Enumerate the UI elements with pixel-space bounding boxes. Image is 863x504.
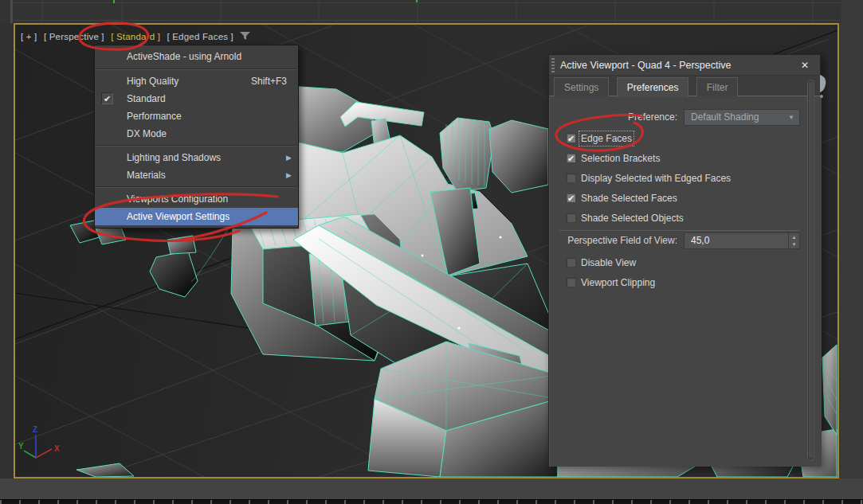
submenu-arrow-icon: ▶ bbox=[286, 149, 292, 166]
menu-item-performance[interactable]: Performance bbox=[95, 107, 298, 125]
submenu-arrow-icon: ▶ bbox=[286, 166, 292, 184]
shortcut-label: Shift+F3 bbox=[251, 72, 287, 90]
menu-item-materials[interactable]: ▶ Materials bbox=[95, 166, 298, 184]
pov-viewport-menu[interactable]: [ Perspective ] bbox=[44, 32, 104, 41]
checkmark-icon: ✔ bbox=[567, 154, 575, 163]
viewport-label: [ + ] [ Perspective ] [ Standard ] [ Edg… bbox=[21, 31, 254, 41]
checkbox-box: ✔ bbox=[566, 153, 576, 163]
menu-separator bbox=[96, 68, 297, 70]
checkmark-icon: ✔ bbox=[567, 134, 575, 143]
3dsmax-screen: X Y Z [ + ] [ Perspective ] [ Standard ]… bbox=[0, 0, 863, 504]
checkbox-box bbox=[566, 173, 576, 183]
left-edge bbox=[0, 23, 14, 480]
checkbox-box: ✔ bbox=[566, 193, 576, 203]
preference-dropdown[interactable]: Default Shading ▼ bbox=[684, 109, 800, 126]
timeline-ruler[interactable] bbox=[0, 499, 863, 504]
preference-label: Preference: bbox=[550, 111, 677, 123]
shading-viewport-menu[interactable]: [ Standard ] bbox=[111, 32, 160, 41]
tab-settings[interactable]: Settings bbox=[554, 77, 609, 96]
checkmark-icon: ✔ bbox=[101, 92, 113, 104]
checkmark-icon: ✔ bbox=[567, 193, 575, 203]
shading-context-menu: ActiveShade - using Arnold Shift+F3 High… bbox=[94, 45, 299, 229]
active-viewport-dialog: Active Viewport - Quad 4 - Perspective ✕… bbox=[548, 54, 821, 466]
checkbox-box bbox=[566, 277, 576, 287]
preference-row: Preference: Default Shading ▼ bbox=[550, 109, 822, 127]
axis-x-label: X bbox=[54, 444, 60, 453]
dropdown-arrow-icon: ▼ bbox=[788, 110, 794, 125]
fov-row: Perspective Field of View: 45,0 ▴▾ bbox=[550, 232, 822, 250]
scrollbar-thumb[interactable] bbox=[809, 82, 813, 458]
checkbox-box: ✔ bbox=[566, 133, 576, 143]
style-viewport-menu[interactable]: [ Edged Faces ] bbox=[167, 32, 233, 41]
dialog-tabbar: Settings Preferences Filter bbox=[549, 76, 820, 96]
tab-filter[interactable]: Filter bbox=[696, 77, 739, 96]
below-viewport-strip bbox=[0, 479, 863, 499]
checkbox-box bbox=[566, 257, 576, 268]
menu-item-high-quality[interactable]: Shift+F3 High Quality bbox=[95, 72, 298, 90]
fov-spinner[interactable]: 45,0 ▴▾ bbox=[684, 232, 800, 249]
close-icon[interactable]: ✕ bbox=[798, 58, 812, 72]
dialog-scrollbar[interactable] bbox=[807, 80, 814, 461]
menu-item-lighting-shadows[interactable]: ▶ Lighting and Shadows bbox=[95, 149, 298, 166]
filter-funnel-icon[interactable] bbox=[240, 33, 250, 42]
tab-preferences[interactable]: Preferences bbox=[617, 77, 689, 97]
menu-item-activeshade[interactable]: ActiveShade - using Arnold bbox=[95, 47, 298, 66]
spinner-arrows-icon[interactable]: ▴▾ bbox=[788, 233, 799, 248]
dialog-titlebar[interactable]: Active Viewport - Quad 4 - Perspective ✕ bbox=[549, 55, 820, 76]
top-grid bbox=[0, 0, 863, 23]
menu-item-standard[interactable]: ✔ Standard bbox=[95, 90, 298, 107]
preferences-panel: Preference: Default Shading ▼ ✔ Edge Fac… bbox=[549, 97, 822, 467]
right-viewport-sliver bbox=[841, 23, 863, 480]
menu-separator bbox=[96, 186, 297, 188]
top-viewport-sliver bbox=[0, 0, 863, 23]
menu-separator bbox=[96, 145, 297, 147]
dock-grip[interactable] bbox=[551, 58, 555, 72]
axis-z-label: Z bbox=[33, 425, 37, 434]
separator bbox=[559, 230, 800, 231]
fov-label: Perspective Field of View: bbox=[550, 235, 677, 246]
axis-y-label: Y bbox=[18, 442, 24, 451]
dialog-title: Active Viewport - Quad 4 - Perspective bbox=[560, 60, 731, 71]
menu-item-dx-mode[interactable]: DX Mode bbox=[95, 125, 298, 143]
general-viewport-menu[interactable]: [ + ] bbox=[21, 32, 37, 41]
menu-item-active-viewport-settings[interactable]: Active Viewport Settings bbox=[95, 208, 298, 225]
menu-item-viewports-configuration[interactable]: Viewports Configuration bbox=[95, 190, 298, 208]
checkbox-box bbox=[566, 213, 576, 223]
